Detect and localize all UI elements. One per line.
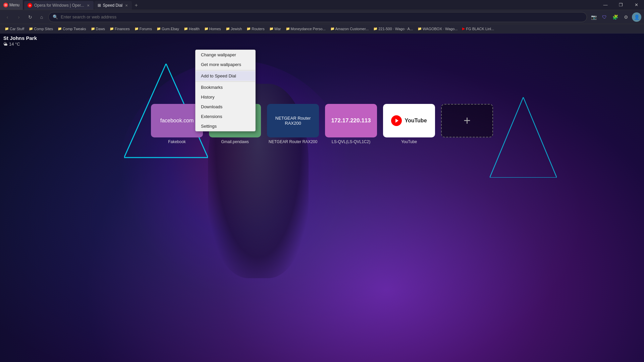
close-button[interactable]: ✕ — [629, 0, 644, 10]
new-tab-button[interactable]: + — [132, 1, 141, 10]
svg-marker-2 — [395, 119, 398, 123]
bookmark-finances[interactable]: 📁Finances — [108, 26, 132, 32]
menu-button[interactable]: O Menu — [0, 0, 23, 10]
bookmark-homes[interactable]: 📁Homes — [202, 26, 223, 32]
bookmark-fg-black[interactable]: ▶FG BLACK Linl... — [460, 26, 496, 32]
tile-netgear-text: NETGEAR Router RAX200 — [270, 116, 316, 126]
tab-speed-dial-close[interactable]: ✕ — [124, 3, 128, 8]
video-icon: ▶ — [462, 26, 465, 31]
speeddial-favicon: ⊞ — [98, 3, 101, 8]
context-menu-history[interactable]: History — [196, 92, 255, 102]
bookmark-war[interactable]: 📁War — [267, 26, 283, 32]
restore-button[interactable]: ❐ — [613, 0, 629, 10]
speed-dial-tile-ls-qvl[interactable]: 172.17.220.113 LS-QVL(LS-QVL1C2) — [325, 104, 377, 144]
folder-icon: 📁 — [58, 27, 62, 31]
folder-icon: 📁 — [157, 27, 161, 31]
bookmark-jewish[interactable]: 📁Jewish — [224, 26, 244, 32]
titlebar: O Menu O Opera for Windows | Oper... ✕ ⊞… — [0, 0, 644, 10]
weather-temp: 🌥 14 °C — [3, 42, 37, 47]
tab-speed-dial[interactable]: ⊞ Speed Dial ✕ — [94, 1, 132, 10]
folder-icon: 📁 — [184, 27, 188, 31]
vpn-icon[interactable]: 🛡 — [600, 12, 609, 22]
context-menu-change-wallpaper[interactable]: Change wallpaper — [196, 50, 255, 60]
settings-icon[interactable]: ⚙ — [621, 12, 631, 22]
bookmark-health[interactable]: 📁Health — [182, 26, 202, 32]
youtube-icon — [391, 115, 402, 126]
tile-facebook-text: facebook.com — [160, 118, 194, 124]
tile-ls-qvl-label: LS-QVL(LS-QVL1C2) — [332, 139, 370, 144]
folder-icon: 📁 — [204, 27, 208, 31]
toolbar-right: 📷 🛡 🧩 ⚙ 👤 — [589, 12, 641, 22]
bookmark-forums[interactable]: 📁Forums — [132, 26, 154, 32]
folder-icon: 📁 — [110, 27, 114, 31]
weather-widget: St Johns Park 🌥 14 °C — [3, 35, 37, 47]
folder-icon: 📁 — [286, 27, 290, 31]
folder-icon: 📁 — [91, 27, 95, 31]
folder-icon: 📁 — [226, 27, 230, 31]
address-bar[interactable]: 🔍 — [48, 12, 587, 22]
back-button[interactable]: ‹ — [3, 12, 12, 22]
opera-favicon: O — [28, 3, 32, 8]
tile-facebook-label: Fakebook — [168, 139, 186, 144]
weather-city: St Johns Park — [3, 35, 37, 41]
weather-icon: 🌥 — [3, 42, 8, 47]
background-art — [0, 34, 644, 362]
tab-speed-dial-label: Speed Dial — [103, 3, 123, 8]
minimize-button[interactable]: — — [598, 0, 613, 10]
svg-marker-1 — [490, 97, 557, 178]
menu-label: Menu — [9, 3, 19, 7]
search-icon: 🔍 — [53, 14, 58, 19]
tile-ls-qvl-text: 172.17.220.113 — [331, 117, 371, 124]
bookmark-comp-sites[interactable]: 📁Comp Sites — [27, 26, 55, 32]
context-menu-add-speed-dial[interactable]: Add to Speed Dial — [196, 71, 255, 81]
folder-icon: 📁 — [418, 27, 422, 31]
context-menu-bookmarks[interactable]: Bookmarks — [196, 82, 255, 92]
bookmark-moneydance[interactable]: 📁Moneydance Perso... — [284, 26, 328, 32]
bookmark-comp-tweaks[interactable]: 📁Comp Tweaks — [56, 26, 88, 32]
context-menu-downloads[interactable]: Downloads — [196, 102, 255, 112]
folder-icon: 📁 — [29, 27, 33, 31]
bookmark-wagobox[interactable]: 📁WAGOBOX · Wago... — [416, 26, 460, 32]
bookmark-gum-ebay[interactable]: 📁Gum.Ebay — [155, 26, 181, 32]
context-menu: Change wallpaper Get more wallpapers Add… — [195, 50, 256, 131]
folder-icon: 📁 — [247, 27, 251, 31]
context-menu-extensions[interactable]: Extensions — [196, 112, 255, 121]
context-menu-get-more-wallpapers[interactable]: Get more wallpapers — [196, 60, 255, 69]
bookmark-daws[interactable]: 📁Daws — [89, 26, 107, 32]
camera-icon[interactable]: 📷 — [589, 12, 598, 22]
folder-icon: 📁 — [269, 27, 273, 31]
address-input[interactable] — [61, 14, 583, 19]
folder-icon: 📁 — [5, 27, 9, 31]
add-tile-icon: + — [464, 114, 471, 128]
tile-gmail-label: Gmail.pendaws — [221, 139, 249, 144]
tab-strip: O Opera for Windows | Oper... ✕ ⊞ Speed … — [23, 0, 598, 10]
context-menu-settings[interactable]: Settings — [196, 121, 255, 131]
window-controls: — ❐ ✕ — [598, 0, 644, 10]
folder-icon: 📁 — [135, 27, 139, 31]
tile-netgear-label: NETGEAR Router RAX200 — [269, 139, 317, 144]
tab-opera[interactable]: O Opera for Windows | Oper... ✕ — [24, 1, 94, 10]
info-icon[interactable]: i — [389, 104, 396, 111]
tile-youtube-text: YouTube — [405, 118, 427, 124]
extensions-icon[interactable]: 🧩 — [610, 12, 620, 22]
bookmarks-bar: 📁Car Stuff 📁Comp Sites 📁Comp Tweaks 📁Daw… — [0, 24, 644, 34]
bookmark-amazon[interactable]: 📁Amazon Customer... — [328, 26, 371, 32]
weather-temperature: 14 °C — [9, 42, 20, 47]
forward-button[interactable]: › — [14, 12, 23, 22]
tab-opera-label: Opera for Windows | Oper... — [34, 3, 84, 8]
tile-youtube-label: YouTube — [401, 139, 417, 144]
folder-icon: 📁 — [330, 27, 334, 31]
speed-dial-tile-add[interactable]: + ​ — [441, 104, 493, 144]
reload-button[interactable]: ↻ — [25, 12, 35, 22]
bookmark-routers[interactable]: 📁Routers — [245, 26, 267, 32]
context-menu-separator-1 — [196, 70, 255, 70]
toolbar: ‹ › ↻ ⌂ 🔍 📷 🛡 🧩 ⚙ 👤 — [0, 10, 644, 24]
profile-icon[interactable]: 👤 — [632, 12, 641, 22]
speed-dial-tile-netgear[interactable]: NETGEAR Router RAX200 NETGEAR Router RAX… — [267, 104, 319, 144]
bookmark-car-stuff[interactable]: 📁Car Stuff — [3, 26, 26, 32]
folder-icon: 📁 — [373, 27, 377, 31]
home-button[interactable]: ⌂ — [37, 12, 46, 22]
tab-opera-close[interactable]: ✕ — [86, 3, 90, 8]
context-menu-separator-2 — [196, 81, 255, 82]
bookmark-wago-221[interactable]: 📁221-500 · Wago · A... — [371, 26, 415, 32]
